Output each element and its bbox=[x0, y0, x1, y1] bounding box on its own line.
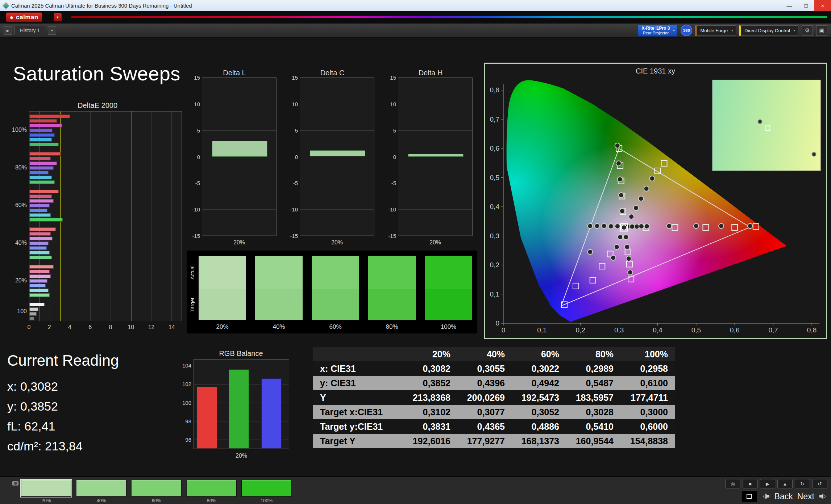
loop-button[interactable]: ↺ bbox=[812, 479, 827, 488]
delta-c-chart: Delta C 151050-5-10-15 20% bbox=[289, 69, 376, 251]
actual-patch bbox=[425, 256, 472, 289]
gridline bbox=[202, 209, 276, 210]
row-label: Target x:CIE31 bbox=[313, 405, 403, 419]
gauge-button[interactable]: ◎ bbox=[725, 479, 740, 488]
refresh-button[interactable]: ↻ bbox=[795, 479, 810, 488]
target-patch bbox=[255, 289, 303, 320]
actual-row-label: Actual bbox=[189, 256, 196, 289]
saturation-swatch[interactable]: 80% bbox=[186, 480, 237, 503]
deltae-bar bbox=[29, 284, 46, 287]
y-tick-label: -5 bbox=[391, 180, 396, 186]
svg-text:0,1: 0,1 bbox=[537, 326, 547, 334]
measured-point bbox=[639, 224, 644, 229]
actual-patch bbox=[368, 256, 416, 289]
table-cell: 160,9544 bbox=[566, 434, 621, 448]
deltae-bar bbox=[29, 204, 50, 207]
eject-button[interactable]: ▲ bbox=[777, 479, 793, 488]
deltae-bar bbox=[29, 218, 63, 222]
column-header: 100% bbox=[621, 347, 675, 361]
delta-bar bbox=[212, 141, 267, 157]
gridline bbox=[398, 78, 472, 78]
measured-point bbox=[666, 223, 672, 228]
settings-gear-button[interactable]: ⚙ bbox=[802, 25, 813, 36]
logo-menu-caret[interactable]: ▼ bbox=[54, 13, 62, 21]
blackout-button[interactable] bbox=[741, 491, 757, 502]
y-tick-label: 10 bbox=[390, 101, 396, 107]
play-button[interactable]: ▶ bbox=[760, 479, 775, 488]
deltae-bar bbox=[29, 307, 38, 311]
y-group-label: 20% bbox=[15, 277, 27, 284]
target-patch bbox=[425, 289, 472, 320]
meter-count-badge[interactable]: 360 bbox=[681, 25, 692, 36]
saturation-swatch[interactable]: 100% bbox=[241, 480, 292, 503]
display-control-label: Direct Display Control bbox=[744, 28, 790, 33]
stop-button[interactable]: ■ bbox=[743, 479, 758, 488]
panel-expand-button[interactable]: ▶ bbox=[4, 26, 12, 35]
titlebar: Calman 2025 Calman Ultimate for Business… bbox=[0, 0, 831, 11]
meter-select-button[interactable]: X-Rite i1Pro 3 Rear Projector ▼ bbox=[638, 25, 677, 37]
saturation-swatch[interactable]: 40% bbox=[76, 480, 126, 503]
calman-diamond-icon: ◆ bbox=[10, 15, 13, 20]
measured-point bbox=[602, 223, 607, 228]
rgb-bar bbox=[229, 369, 249, 449]
table-cell: 0,3082 bbox=[403, 361, 458, 376]
y-tick-label: -10 bbox=[290, 206, 298, 213]
gridline bbox=[300, 104, 374, 104]
table-cell: 0,3852 bbox=[403, 376, 458, 390]
deltae-bar bbox=[29, 199, 54, 203]
y-tick-label: -10 bbox=[192, 206, 200, 213]
swatch-color bbox=[131, 480, 182, 497]
y-group-label: 100 bbox=[17, 308, 27, 315]
x-tick-label: 6 bbox=[88, 324, 92, 331]
reading-y: y: 0,3852 bbox=[7, 396, 119, 416]
close-button[interactable]: × bbox=[814, 0, 831, 11]
current-reading-title: Current Reading bbox=[7, 352, 119, 369]
maximize-button[interactable]: □ bbox=[798, 0, 814, 11]
calman-logo-button[interactable]: ◆ calman bbox=[6, 12, 42, 22]
add-tab-button[interactable]: + bbox=[48, 26, 56, 35]
svg-text:0,1: 0,1 bbox=[490, 290, 499, 298]
deltae-bar bbox=[29, 114, 70, 118]
table-cell: 0,6100 bbox=[621, 376, 675, 390]
measured-point bbox=[587, 223, 593, 228]
swatch-color bbox=[186, 480, 237, 497]
deltae-bar bbox=[29, 279, 47, 283]
deltae-bar bbox=[29, 289, 49, 292]
svg-text:0,3: 0,3 bbox=[490, 232, 499, 240]
patch-columns: 20%40%60%80%100% bbox=[199, 256, 472, 331]
target-patch bbox=[368, 289, 416, 320]
deltae-bar bbox=[29, 138, 52, 142]
svg-text:0,2: 0,2 bbox=[576, 326, 585, 334]
saturation-swatch[interactable]: 20% bbox=[21, 480, 71, 503]
y-group-label: 80% bbox=[15, 164, 27, 171]
svg-text:0,6: 0,6 bbox=[730, 326, 739, 334]
svg-text:0: 0 bbox=[502, 326, 506, 334]
table-cell: 0,5410 bbox=[566, 419, 621, 434]
current-reading-panel: Current Reading x: 0,3082 y: 0,3852 fL: … bbox=[7, 352, 119, 456]
next-button[interactable]: Next bbox=[797, 492, 814, 501]
measured-point bbox=[614, 244, 619, 249]
gridline bbox=[398, 130, 472, 131]
deltae-bar bbox=[29, 171, 49, 175]
display-settings-button[interactable]: ▣ bbox=[816, 25, 827, 36]
x-axis-label: 20% bbox=[398, 239, 473, 246]
table-cell: 0,6000 bbox=[621, 419, 675, 434]
gridline bbox=[111, 112, 111, 321]
display-control-dropdown[interactable]: Direct Display Control ▼ bbox=[739, 25, 798, 36]
deltae-bar bbox=[29, 251, 50, 255]
measured-point bbox=[633, 205, 639, 210]
saturation-swatch[interactable]: 60% bbox=[131, 480, 182, 503]
table-cell: 0,3831 bbox=[403, 419, 458, 434]
source-select-dropdown[interactable]: Mobile Forge ▼ bbox=[695, 25, 736, 36]
measured-point bbox=[620, 209, 625, 214]
tab-history[interactable]: History 1 bbox=[14, 26, 45, 35]
deltae-bar bbox=[29, 133, 55, 137]
table-cell: 0,4365 bbox=[458, 419, 512, 434]
inset-target-point bbox=[765, 125, 770, 131]
gridline bbox=[194, 366, 289, 366]
table-cell: 0,5487 bbox=[566, 376, 621, 390]
meter-mode: Rear Projector bbox=[641, 31, 670, 35]
window-title: Calman 2025 Calman Ultimate for Business… bbox=[11, 3, 192, 9]
back-button[interactable]: Back bbox=[774, 492, 793, 501]
minimize-button[interactable]: — bbox=[781, 0, 798, 11]
